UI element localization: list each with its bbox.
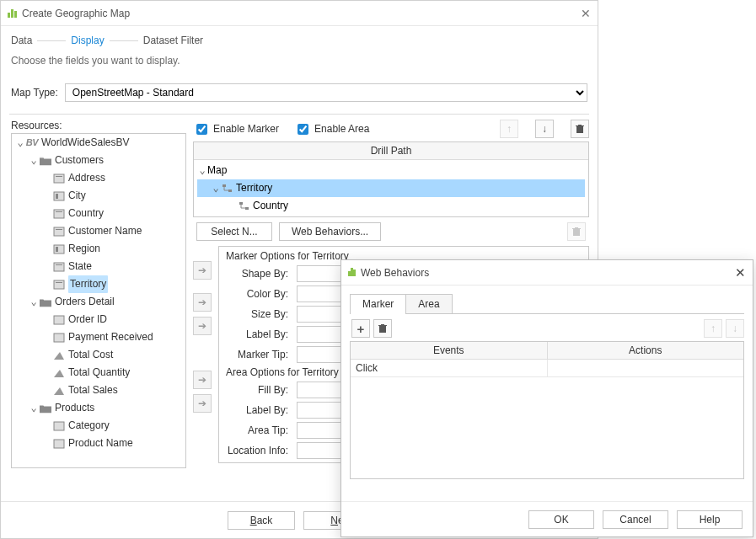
close-icon[interactable]: ✕ (581, 7, 591, 20)
tree-label: Territory (68, 275, 108, 293)
tree-item-total-sales[interactable]: Total Sales (42, 382, 185, 399)
tree-label: Products (55, 399, 94, 417)
drill-path-country[interactable]: Country (197, 197, 585, 215)
enable-marker-checkbox[interactable]: Enable Marker (193, 121, 279, 137)
tab-marker[interactable]: Marker (350, 294, 406, 313)
col-actions[interactable]: Actions (548, 342, 744, 359)
measure-icon (52, 367, 66, 379)
resources-tree[interactable]: ⌄ BV WorldWideSalesBV ⌄ Customers Addres… (11, 133, 186, 468)
tree-item-category[interactable]: Category (42, 417, 185, 435)
close-icon[interactable]: ✕ (735, 265, 746, 280)
tree-label: Orders Detail (55, 293, 115, 311)
tree-folder-customers[interactable]: ⌄ Customers (29, 152, 185, 169)
svg-rect-7 (56, 229, 62, 230)
ok-button[interactable]: OK (528, 510, 594, 529)
tree-label: Country (68, 205, 104, 222)
cancel-button[interactable]: Cancel (603, 510, 668, 529)
step-divider (37, 40, 66, 41)
tree-item-territory[interactable]: Territory (42, 275, 185, 293)
select-n-button[interactable]: Select N... (196, 222, 272, 241)
assign-area-label-icon[interactable]: ➔ (193, 394, 212, 413)
delete-icon[interactable] (571, 120, 589, 138)
delete-icon (567, 222, 586, 241)
svg-rect-5 (56, 211, 62, 212)
app-icon (8, 9, 17, 18)
delete-icon[interactable] (373, 319, 392, 338)
tree-item-product-name[interactable]: Product Name (42, 435, 185, 452)
svg-rect-11 (56, 264, 62, 265)
tree-item-city[interactable]: City (42, 187, 185, 205)
field-icon (52, 173, 66, 184)
tree-item-order-id[interactable]: Order ID (42, 311, 185, 328)
step-dataset-filter[interactable]: Dataset Filter (143, 35, 203, 46)
marker-tip-label: Marker Tip: (226, 349, 293, 360)
folder-icon (39, 296, 52, 308)
web-behaviors-table[interactable]: Events Actions Click (350, 341, 744, 479)
tree-toggle-icon[interactable]: ⌄ (29, 293, 39, 311)
svg-rect-18 (223, 184, 226, 187)
tree-toggle-icon[interactable]: ⌄ (29, 399, 39, 417)
svg-rect-14 (54, 316, 64, 324)
svg-rect-0 (54, 174, 64, 183)
tree-item-address[interactable]: Address (42, 169, 185, 187)
field-icon (52, 226, 66, 237)
tree-label: Total Cost (68, 346, 113, 364)
map-type-select[interactable]: OpenStreetMap - Standard (65, 83, 587, 102)
svg-rect-20 (239, 202, 243, 205)
bv-icon: BV (25, 137, 39, 149)
web-behaviors-dialog: Web Behaviors ✕ Marker Area + ↑ ↓ Events… (340, 259, 753, 537)
label-by-label: Label By: (226, 328, 293, 340)
tree-item-payment-received[interactable]: Payment Received (42, 328, 185, 346)
tree-label: Map (207, 162, 227, 179)
measure-icon (52, 350, 66, 361)
svg-rect-9 (56, 247, 58, 252)
move-down-icon: ↓ (726, 319, 744, 338)
tree-toggle-icon[interactable]: ⌄ (29, 152, 39, 169)
tree-folder-products[interactable]: ⌄ Products (29, 399, 185, 417)
cell-action[interactable] (548, 360, 744, 376)
drill-path-tree[interactable]: ⌄Map ⌄Territory Country (194, 160, 588, 216)
web-behaviors-button[interactable]: Web Behaviors... (279, 222, 381, 241)
help-button[interactable]: Help (677, 510, 743, 529)
hierarchy-icon (221, 183, 234, 195)
tree-item-state[interactable]: State (42, 258, 185, 275)
drill-path-map[interactable]: ⌄Map (197, 162, 585, 179)
svg-rect-1 (56, 176, 62, 177)
assign-size-icon[interactable]: ➔ (193, 293, 212, 312)
move-down-icon[interactable]: ↓ (535, 120, 554, 138)
col-events[interactable]: Events (351, 342, 548, 359)
field-icon (52, 420, 66, 432)
drill-path-header: Drill Path (194, 142, 588, 160)
tree-item-country[interactable]: Country (42, 205, 185, 222)
table-row[interactable]: Click (351, 360, 743, 377)
step-data[interactable]: Data (11, 35, 32, 46)
back-button[interactable]: Back (228, 511, 295, 530)
cell-event[interactable]: Click (351, 360, 548, 376)
drill-path-territory[interactable]: ⌄Territory (197, 179, 585, 197)
tree-folder-orders-detail[interactable]: ⌄ Orders Detail (29, 293, 185, 311)
tree-label: Payment Received (68, 328, 153, 346)
svg-rect-13 (56, 282, 62, 283)
assign-label-icon[interactable]: ➔ (193, 317, 212, 335)
tree-item-region[interactable]: Region (42, 240, 185, 258)
tree-root[interactable]: ⌄ BV WorldWideSalesBV (15, 134, 185, 152)
measure-icon (52, 385, 66, 397)
folder-icon (39, 403, 52, 414)
assign-shape-icon[interactable]: ➔ (193, 261, 212, 280)
add-icon[interactable]: + (351, 319, 370, 338)
tree-item-customer-name[interactable]: Customer Name (42, 222, 185, 240)
shape-by-label: Shape By: (226, 268, 293, 280)
tree-item-total-cost[interactable]: Total Cost (42, 346, 185, 364)
map-type-label: Map Type: (11, 87, 58, 99)
tree-toggle-icon[interactable]: ⌄ (15, 134, 25, 152)
assign-fill-icon[interactable]: ➔ (193, 371, 212, 389)
step-display[interactable]: Display (71, 35, 104, 46)
svg-rect-8 (54, 245, 64, 253)
field-icon (52, 243, 66, 255)
location-info-label: Location Info: (226, 445, 293, 456)
enable-area-checkbox[interactable]: Enable Area (294, 121, 369, 137)
svg-rect-15 (54, 334, 64, 342)
folder-icon (39, 155, 52, 167)
tab-area[interactable]: Area (405, 294, 452, 313)
tree-item-total-quantity[interactable]: Total Quantity (42, 364, 185, 382)
